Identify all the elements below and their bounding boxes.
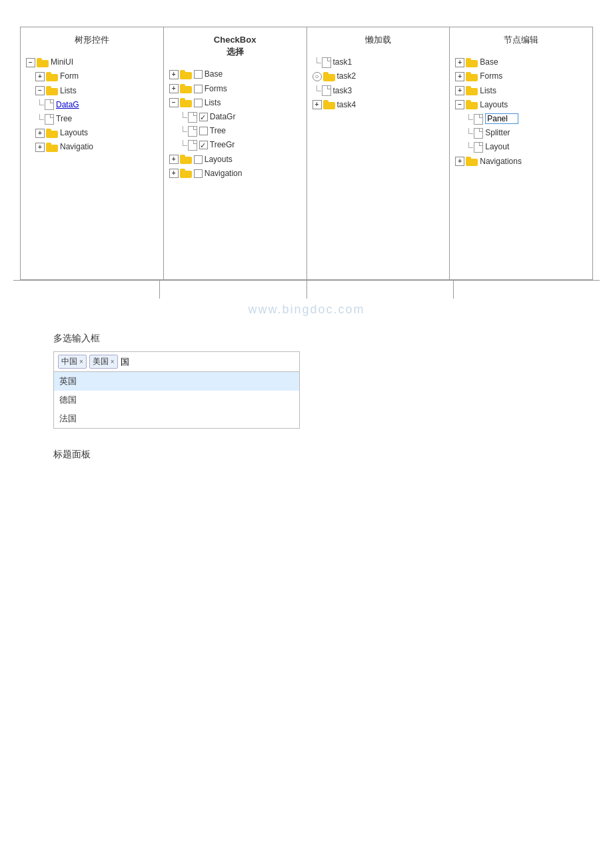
tag-usa-label: 美国 (93, 356, 109, 367)
tree-node-panel[interactable] (455, 112, 587, 126)
multiselect-input[interactable] (121, 357, 161, 367)
tree-node-layouts[interactable]: + Layouts (26, 126, 158, 140)
multiselect-option-germany[interactable]: 德国 (54, 391, 299, 409)
tree-node-datagrid[interactable]: DataG (26, 98, 158, 112)
expander-minus-icon[interactable]: − (455, 100, 464, 109)
tree-node-base[interactable]: + Base (169, 67, 301, 81)
panel-tree-control: 树形控件 − MiniUI + Form − Lists DataG (21, 27, 164, 279)
checkbox-icon[interactable] (194, 169, 203, 178)
tag-china-remove[interactable]: × (79, 358, 83, 365)
tree-node-miniui[interactable]: − MiniUI (26, 55, 158, 69)
node-label-link[interactable]: DataG (56, 99, 79, 111)
node-label: Navigations (480, 155, 522, 168)
multiselect-widget[interactable]: 中国 × 美国 × 英国 德国 法国 (53, 351, 300, 429)
tree-node-lists[interactable]: − Lists (26, 84, 158, 98)
tag-usa-remove[interactable]: × (111, 358, 115, 365)
expander-plus-icon[interactable]: + (312, 100, 322, 109)
folder-icon (46, 129, 58, 138)
tree-node-navigations[interactable]: + Navigations (455, 155, 587, 169)
folder-icon (46, 72, 58, 81)
expander-plus-icon[interactable]: + (35, 143, 45, 152)
tree-node-tree[interactable]: Tree (169, 124, 301, 138)
connector-icon (179, 126, 188, 137)
expander-plus-icon[interactable]: + (169, 155, 179, 164)
file-icon (188, 140, 197, 151)
multiselect-option-france[interactable]: 法国 (54, 409, 299, 428)
tree-node-lists[interactable]: + Lists (455, 84, 587, 98)
panel2-title: CheckBox选择 (169, 34, 301, 58)
checkbox-checked-icon[interactable] (199, 113, 208, 121)
checkbox-icon[interactable] (199, 127, 208, 135)
expander-plus-icon[interactable]: + (35, 129, 45, 138)
connector-icon (464, 128, 474, 139)
expander-plus-icon[interactable]: + (455, 58, 464, 67)
file-icon (188, 112, 197, 123)
tree-node-layouts[interactable]: + Layouts (169, 153, 301, 167)
expander-plus-icon[interactable]: + (169, 84, 179, 93)
node-label: Lists (60, 85, 77, 97)
panel1-title: 树形控件 (26, 34, 158, 46)
file-icon (188, 126, 197, 137)
bottom-strip-cell1 (13, 281, 160, 299)
tree-node-task1[interactable]: task1 (312, 55, 444, 69)
checkbox-icon[interactable] (194, 85, 203, 93)
folder-icon (180, 169, 192, 178)
expander-plus-icon[interactable]: + (35, 72, 45, 81)
connector-icon (464, 142, 474, 153)
tree-node-navigation[interactable]: + Navigation (169, 167, 301, 181)
connector-icon (35, 114, 45, 125)
checkbox-icon[interactable] (194, 70, 203, 79)
node-label: Tree (56, 113, 72, 125)
panel-node-edit: 节点编辑 + Base + Forms + Lists − Layouts (450, 27, 592, 279)
node-label: Base (205, 68, 223, 81)
multiselect-option-uk[interactable]: 英国 (54, 372, 299, 391)
tree-node-forms[interactable]: + Forms (169, 82, 301, 96)
multiselect-section-title: 多选输入框 (53, 333, 600, 345)
tree-node-layouts[interactable]: − Layouts (455, 98, 587, 112)
expander-minus-icon[interactable]: − (169, 98, 179, 107)
bottom-strip (13, 280, 600, 299)
node-edit-input[interactable] (485, 113, 518, 124)
expander-plus-icon[interactable]: + (169, 70, 179, 79)
expander-minus-icon[interactable]: − (35, 86, 45, 95)
node-label: task2 (337, 70, 356, 83)
tree-node-base[interactable]: + Base (455, 55, 587, 69)
panel-section-title: 标题面板 (53, 449, 600, 461)
folder-icon (466, 157, 478, 166)
expander-plus-icon[interactable]: + (455, 72, 464, 81)
tag-china[interactable]: 中国 × (58, 355, 87, 369)
connector-icon (464, 114, 474, 125)
tree-node-navigatio[interactable]: + Navigatio (26, 140, 158, 154)
expander-circle-icon[interactable]: ○ (312, 72, 322, 81)
checkbox-checked-icon[interactable] (199, 141, 208, 149)
tree-node-forms[interactable]: + Forms (455, 69, 587, 83)
tree-node-form[interactable]: + Form (26, 69, 158, 83)
folder-icon (466, 72, 478, 81)
file-icon (45, 99, 54, 110)
expander-plus-icon[interactable]: + (455, 86, 464, 95)
node-label: DataGr (210, 111, 236, 123)
tree-node-lists[interactable]: − Lists (169, 96, 301, 110)
tree-node-datagr[interactable]: DataGr (169, 110, 301, 124)
tree-node-layout[interactable]: Layout (455, 140, 587, 154)
tag-usa[interactable]: 美国 × (89, 355, 118, 369)
tree-node-splitter[interactable]: Splitter (455, 126, 587, 140)
folder-icon (323, 100, 335, 109)
tree-node-task3[interactable]: task3 (312, 84, 444, 98)
connector-icon (312, 85, 322, 96)
expander-minus-icon[interactable]: − (26, 58, 35, 67)
node-label (485, 113, 518, 125)
connector-icon (179, 112, 188, 123)
expander-plus-icon[interactable]: + (169, 169, 179, 178)
node-label: Lists (205, 97, 221, 109)
checkbox-icon[interactable] (194, 155, 203, 164)
tree-node-task2[interactable]: ○ task2 (312, 69, 444, 83)
tree-node-task4[interactable]: + task4 (312, 98, 444, 112)
checkbox-icon[interactable] (194, 99, 203, 107)
expander-plus-icon[interactable]: + (455, 157, 464, 166)
tree-node-tree[interactable]: Tree (26, 112, 158, 126)
file-icon (474, 142, 483, 153)
tree-node-treegr[interactable]: TreeGr (169, 138, 301, 152)
multiselect-header[interactable]: 中国 × 美国 × (54, 352, 299, 372)
node-label: Layouts (60, 127, 88, 139)
